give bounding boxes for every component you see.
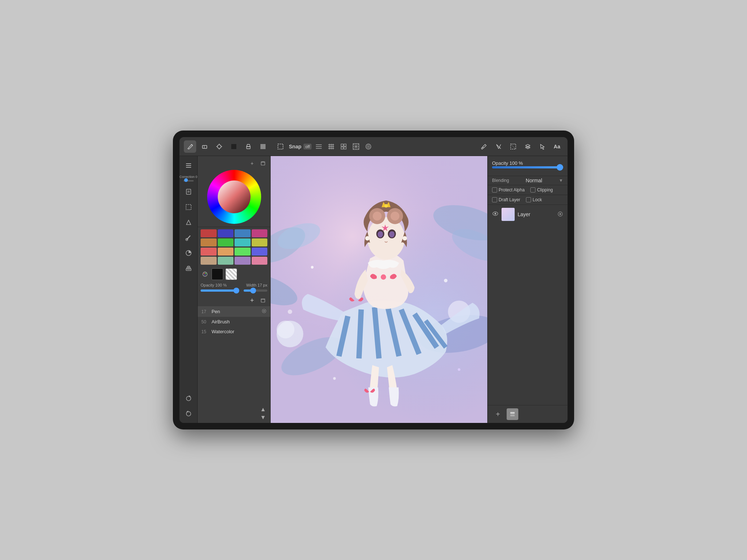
new-canvas-btn[interactable] bbox=[182, 185, 195, 198]
color-swatch[interactable] bbox=[252, 257, 268, 265]
brush-item-pen[interactable]: 17 Pen bbox=[198, 306, 270, 317]
opacity-slider[interactable] bbox=[492, 166, 563, 168]
color-wheel[interactable] bbox=[207, 170, 261, 224]
gray-fill-btn[interactable] bbox=[257, 140, 269, 153]
color-swatch[interactable] bbox=[218, 238, 234, 246]
layer-bottom-bar: + bbox=[488, 405, 568, 423]
cursor-btn[interactable] bbox=[536, 140, 549, 153]
color-swatch[interactable] bbox=[218, 248, 234, 256]
snap-lines-btn[interactable] bbox=[314, 141, 324, 152]
color-swatch[interactable] bbox=[218, 229, 234, 237]
color-sidebar-btn[interactable] bbox=[182, 246, 195, 260]
main-content: Correction 0 bbox=[179, 156, 568, 423]
trash-color-btn[interactable] bbox=[259, 159, 267, 168]
scroll-up-btn[interactable]: ▲ bbox=[259, 405, 267, 413]
snap-square-btn[interactable] bbox=[338, 141, 349, 152]
protect-alpha-checkbox[interactable] bbox=[492, 187, 497, 192]
lock-checkbox[interactable] bbox=[526, 197, 531, 202]
eyedropper-btn[interactable] bbox=[478, 140, 490, 153]
draft-layer-checkbox[interactable] bbox=[492, 197, 497, 202]
clipping-checkbox[interactable] bbox=[530, 187, 535, 192]
opacity-slider-track[interactable] bbox=[201, 289, 236, 292]
svg-point-78 bbox=[384, 204, 388, 208]
color-swatch[interactable] bbox=[201, 248, 217, 256]
opacity-thumb[interactable] bbox=[233, 288, 239, 293]
layers-sidebar-btn[interactable] bbox=[182, 262, 195, 275]
svg-point-86 bbox=[403, 236, 407, 241]
canvas-artwork bbox=[271, 156, 487, 423]
color-swatch[interactable] bbox=[235, 238, 251, 246]
canvas-area[interactable] bbox=[271, 156, 487, 423]
pen-tool-btn[interactable] bbox=[184, 140, 196, 153]
width-slider-track[interactable] bbox=[244, 289, 267, 292]
layer-settings-btn[interactable] bbox=[557, 211, 563, 218]
color-swatch[interactable] bbox=[252, 248, 268, 256]
snap-diagonal-btn[interactable] bbox=[351, 141, 361, 152]
protect-alpha-label: Protect Alpha bbox=[499, 187, 525, 192]
brush-sidebar-btn[interactable] bbox=[182, 231, 195, 244]
shape-sidebar-btn[interactable] bbox=[182, 216, 195, 229]
color-swatch[interactable] bbox=[218, 257, 234, 265]
snap-grid-btn[interactable] bbox=[326, 141, 336, 152]
selection-rect-btn[interactable] bbox=[274, 140, 287, 153]
svg-point-87 bbox=[381, 275, 386, 280]
color-wheel-section: + bbox=[198, 156, 270, 227]
brush-item-watercolor[interactable]: 15 Watercolor bbox=[198, 327, 270, 337]
palette-icon[interactable] bbox=[201, 270, 209, 279]
undo-btn[interactable] bbox=[182, 407, 195, 420]
menu-btn[interactable] bbox=[182, 159, 195, 172]
color-swatch[interactable] bbox=[201, 238, 217, 246]
svg-point-96 bbox=[560, 213, 561, 215]
color-swatch[interactable] bbox=[235, 257, 251, 265]
color-swatch[interactable] bbox=[201, 257, 217, 265]
width-thumb[interactable] bbox=[250, 288, 256, 293]
layer-name-label: Layer bbox=[518, 211, 554, 217]
snap-circle-btn[interactable] bbox=[363, 141, 374, 152]
width-label: Width 17 px bbox=[246, 283, 267, 287]
draft-layer-label: Draft Layer bbox=[499, 197, 520, 202]
merge-layers-btn[interactable] bbox=[507, 408, 518, 420]
color-swatch[interactable] bbox=[252, 238, 268, 246]
scroll-down-btn[interactable]: ▼ bbox=[259, 413, 267, 421]
fill-color-btn[interactable] bbox=[228, 140, 240, 153]
brush-item-airbrush[interactable]: 50 AirBrush bbox=[198, 317, 270, 327]
svg-rect-41 bbox=[186, 205, 191, 210]
color-swatch[interactable] bbox=[235, 229, 251, 237]
snap-off-badge[interactable]: off bbox=[303, 144, 311, 149]
transform-tool-btn[interactable] bbox=[213, 140, 225, 153]
cut-btn[interactable] bbox=[492, 140, 505, 153]
color-swatch[interactable] bbox=[252, 229, 268, 237]
layer-visibility-btn[interactable] bbox=[492, 210, 499, 218]
text-tool-label: Aa bbox=[554, 144, 560, 149]
layer-item[interactable]: Layer bbox=[488, 205, 568, 224]
tablet-screen: Snap off bbox=[179, 137, 568, 423]
bucket-tool-btn[interactable] bbox=[242, 140, 255, 153]
svg-rect-98 bbox=[510, 415, 515, 416]
brush-settings-btn[interactable] bbox=[262, 308, 267, 315]
blending-dropdown-arrow[interactable]: ▼ bbox=[559, 178, 563, 183]
svg-rect-7 bbox=[231, 144, 236, 149]
svg-rect-38 bbox=[186, 189, 191, 194]
svg-point-91 bbox=[458, 368, 460, 371]
background-color[interactable] bbox=[225, 268, 237, 280]
svg-point-85 bbox=[365, 236, 369, 241]
color-swatch[interactable] bbox=[201, 229, 217, 237]
selection-sidebar-btn[interactable] bbox=[182, 201, 195, 214]
opacity-slider-thumb[interactable] bbox=[557, 164, 563, 171]
add-brush-btn[interactable]: + bbox=[248, 296, 256, 305]
color-swatch[interactable] bbox=[235, 248, 251, 256]
correction-slider-thumb[interactable] bbox=[184, 178, 188, 182]
delete-brush-btn[interactable] bbox=[259, 296, 267, 305]
brush-name: AirBrush bbox=[212, 319, 267, 324]
add-color-btn[interactable]: + bbox=[248, 159, 256, 168]
snap-section: Snap off bbox=[274, 140, 374, 153]
eraser-tool-btn[interactable] bbox=[198, 140, 211, 153]
add-layer-btn[interactable]: + bbox=[492, 408, 504, 420]
layers-btn[interactable] bbox=[522, 140, 534, 153]
svg-point-77 bbox=[391, 212, 399, 221]
redo-btn[interactable] bbox=[182, 392, 195, 405]
lasso-btn[interactable] bbox=[507, 140, 519, 153]
foreground-color[interactable] bbox=[212, 268, 223, 280]
text-tool-btn[interactable]: Aa bbox=[551, 140, 563, 153]
svg-point-32 bbox=[481, 148, 483, 149]
